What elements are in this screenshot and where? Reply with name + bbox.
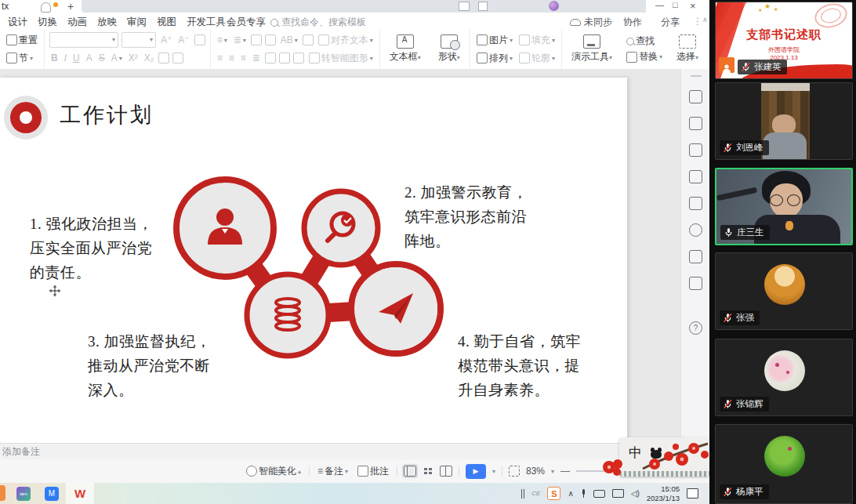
participant-tile-share[interactable]: ★ ★ ★ 支部书记述职 外国语学院 2023.1.13 <box>715 2 853 79</box>
line-spacing-icon[interactable] <box>303 34 314 45</box>
participant-tile-speaking[interactable]: 庄三生 <box>715 168 853 245</box>
zoom-level[interactable]: 83% <box>526 466 545 477</box>
fit-slide-icon[interactable] <box>509 466 520 477</box>
collaborate-button[interactable]: 协作 <box>623 16 642 29</box>
tab-design[interactable]: 设计 <box>8 16 27 29</box>
notification-bell-icon[interactable] <box>41 2 51 13</box>
superscript-button[interactable]: X² <box>127 53 140 63</box>
tab-transition[interactable]: 切换 <box>38 16 57 29</box>
reset-button[interactable]: 重置 <box>5 34 39 47</box>
font-color-button[interactable]: A▾ <box>110 53 124 63</box>
arrange-button[interactable]: 排列▾ <box>475 52 514 65</box>
bullet-list-button[interactable]: ≡▾ <box>216 34 229 45</box>
section-button[interactable]: 节▾ <box>5 52 34 65</box>
tab-view[interactable]: 视图 <box>157 16 176 29</box>
new-tab-button[interactable]: + <box>67 0 74 13</box>
play-options-caret[interactable]: ▾ <box>492 468 495 475</box>
strikethrough-button[interactable]: S <box>97 53 107 63</box>
taskbar-edge-icon[interactable] <box>0 485 5 501</box>
tray-expand-icon[interactable]: ∧ <box>568 489 573 498</box>
justify-button[interactable]: ≣ <box>251 53 262 63</box>
tray-display-icon[interactable] <box>612 489 624 498</box>
shadow-button[interactable]: A <box>85 53 94 63</box>
find-button[interactable]: 查找 <box>625 34 664 48</box>
inspiration-icon[interactable] <box>689 223 702 237</box>
textbox-button[interactable]: 文本框▾ <box>385 31 426 67</box>
slide-canvas[interactable]: 工作计划 1. 强化政治担当， 压实全面从严治党 的责任。 2. 加强警示教育，… <box>0 69 680 443</box>
replace-button[interactable]: 替换▾ <box>625 50 664 63</box>
outline-button[interactable]: 轮廓▾ <box>517 52 557 65</box>
tab-review[interactable]: 审阅 <box>127 16 147 29</box>
command-search[interactable]: 查找命令、搜索模板 <box>270 16 366 29</box>
align-center-button[interactable]: ≡ <box>227 53 236 63</box>
present-tools-button[interactable]: 演示工具▾ <box>567 31 617 67</box>
participant-tile-avatar[interactable]: 张锦辉 <box>715 339 853 416</box>
zoom-out-button[interactable]: — <box>560 466 570 477</box>
bold-button[interactable]: B <box>49 53 60 63</box>
properties-icon[interactable] <box>689 117 702 130</box>
shape-button[interactable]: 形状▾ <box>433 31 465 67</box>
tab-developer[interactable]: 开发工具 <box>187 16 226 29</box>
slide-sorter-button[interactable] <box>423 466 433 476</box>
highlight-icon[interactable] <box>172 53 183 63</box>
tab-member[interactable]: 会员专享 <box>227 16 266 29</box>
taskbar-wps-app[interactable]: W <box>66 483 94 504</box>
tray-mic-icon[interactable] <box>581 489 586 499</box>
underline-button[interactable]: U <box>71 53 82 63</box>
clear-format-icon[interactable] <box>194 34 205 45</box>
close-button[interactable]: × <box>690 0 696 12</box>
account-avatar[interactable] <box>549 1 559 11</box>
text-direction-button[interactable]: AB▾ <box>279 34 299 45</box>
normal-view-button[interactable] <box>404 466 416 477</box>
slide-point-1[interactable]: 1. 强化政治担当， 压实全面从严治党 的责任。 <box>30 212 183 285</box>
ai-assistant-icon[interactable] <box>689 90 702 103</box>
subscript-button[interactable]: X₂ <box>143 53 156 63</box>
image-tools-icon[interactable] <box>689 197 702 210</box>
participant-tile-avatar[interactable]: 杨康平 <box>715 424 853 504</box>
number-list-button[interactable]: ≣▾ <box>232 34 248 45</box>
show-desktop-button[interactable] <box>687 488 698 499</box>
smart-beautify-button[interactable]: 智能美化 ▴ <box>245 465 303 478</box>
participant-tile-video[interactable]: 刘恩峰 <box>715 82 853 160</box>
taskbar-m-app[interactable]: M <box>38 483 66 504</box>
comments-button[interactable]: 批注 <box>356 465 390 478</box>
smart-graphic-button[interactable]: 转智能图形▾ <box>307 52 375 65</box>
reading-icon[interactable] <box>689 250 702 263</box>
sogou-ime-icon[interactable]: S <box>547 487 560 500</box>
help-icon[interactable]: ? <box>689 321 702 335</box>
slide-title[interactable]: 工作计划 <box>60 101 154 129</box>
collapse-ribbon-icon[interactable]: ∧ <box>702 16 708 24</box>
decrease-indent-icon[interactable] <box>251 34 262 45</box>
align-text-button[interactable]: 对齐文本▾ <box>317 34 375 47</box>
align-right-button[interactable]: ≡ <box>239 53 248 63</box>
ime-widget[interactable]: 中 <box>602 436 709 483</box>
taskbar-iam-app[interactable]: iam <box>9 483 38 504</box>
notes-toggle-button[interactable]: ≡ 备注 ▾ <box>316 465 350 478</box>
font-family-select[interactable]: ▾ <box>49 32 118 48</box>
share-button[interactable]: 分享 <box>661 16 680 29</box>
align-left-button[interactable]: ≡ <box>216 53 224 63</box>
participant-tile-avatar[interactable]: 张强 <box>715 252 853 330</box>
tray-projector-icon[interactable] <box>593 490 605 498</box>
new-slide-icon[interactable] <box>689 170 702 183</box>
resource-box-icon[interactable] <box>689 277 702 290</box>
tab-animation[interactable]: 动画 <box>67 16 87 29</box>
font-size-select[interactable]: ▾ <box>122 32 156 48</box>
phonetic-guide-icon[interactable] <box>158 53 169 63</box>
tray-volume-icon[interactable]: ◁) <box>631 489 640 498</box>
circle-diagram[interactable] <box>169 168 451 364</box>
tab-slideshow[interactable]: 放映 <box>97 16 117 29</box>
select-button[interactable]: 选择▾ <box>672 31 703 67</box>
slide-point-4[interactable]: 4. 勤于自省，筑牢 模范带头意识，提 升自身素养。 <box>458 330 603 402</box>
decrease-font-button[interactable]: A⁻ <box>176 34 190 45</box>
layout-grid-icon[interactable] <box>478 2 488 11</box>
present-mode-icon[interactable] <box>459 2 470 11</box>
slide[interactable]: 工作计划 1. 强化政治担当， 压实全面从严治党 的责任。 2. 加强警示教育，… <box>0 78 627 443</box>
increase-font-button[interactable]: A⁺ <box>159 34 173 45</box>
picture-button[interactable]: 图片▾ <box>475 34 514 47</box>
fill-button[interactable]: 填充▾ <box>517 34 557 47</box>
document-tab[interactable]: tx <box>2 1 9 12</box>
slideshow-play-button[interactable]: ▶ <box>466 464 486 479</box>
spacing1-icon[interactable] <box>279 53 290 63</box>
maximize-button[interactable]: □ <box>673 0 678 9</box>
